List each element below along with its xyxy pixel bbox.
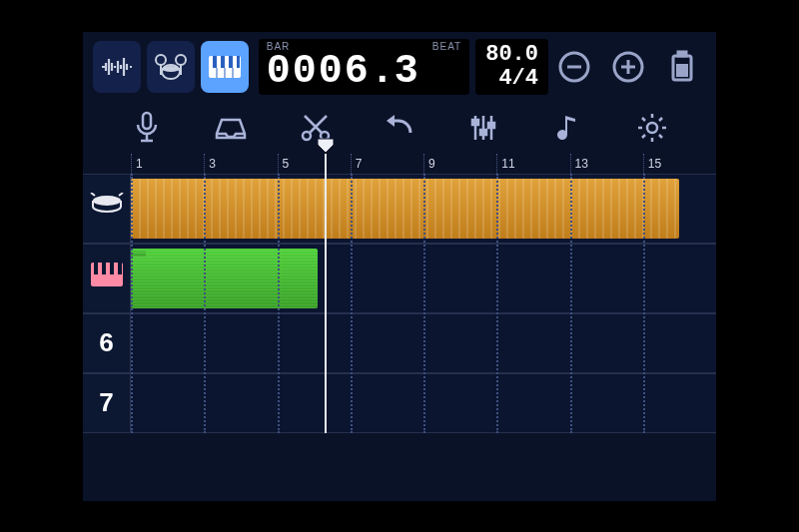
svg-point-0 xyxy=(156,55,166,65)
svg-point-20 xyxy=(647,123,657,133)
beat-label: BEAT xyxy=(432,41,461,52)
daw-screen: BAR 0006.3 BEAT 0 80.0 4/4 xyxy=(83,32,716,501)
transport-counter: BAR 0006.3 BEAT 0 xyxy=(259,39,469,95)
piano-icon xyxy=(207,52,243,82)
ruler-tick: 15 xyxy=(643,154,661,174)
svg-rect-19 xyxy=(488,123,494,128)
ruler-tick: 11 xyxy=(496,154,514,174)
svg-rect-12 xyxy=(678,52,686,56)
clip-keys-tail[interactable] xyxy=(131,249,146,257)
bpm-value: 80.0 xyxy=(485,43,538,66)
ruler-tick: 7 xyxy=(351,154,363,174)
mode-audio-button[interactable] xyxy=(93,41,141,93)
battery-indicator xyxy=(662,47,702,87)
top-right-controls xyxy=(554,47,702,87)
track-head-drums[interactable] xyxy=(83,175,131,243)
track-label: 7 xyxy=(99,387,113,418)
scissors-icon xyxy=(299,112,333,144)
track-7[interactable]: 7 xyxy=(83,373,716,433)
track-head-7[interactable]: 7 xyxy=(83,374,131,432)
minus-circle-icon xyxy=(557,50,591,84)
svg-point-16 xyxy=(321,132,329,140)
clip-drums[interactable] xyxy=(131,179,679,239)
file-button[interactable] xyxy=(206,108,256,148)
svg-rect-14 xyxy=(143,113,151,129)
svg-rect-26 xyxy=(118,263,122,274)
track-label: 6 xyxy=(99,327,113,358)
battery-icon xyxy=(667,50,697,84)
mixer-button[interactable] xyxy=(458,108,508,148)
svg-rect-7 xyxy=(229,56,233,68)
plus-circle-icon xyxy=(611,50,645,84)
undo-icon xyxy=(381,113,418,143)
toolbar xyxy=(83,102,716,154)
metronome-button[interactable] xyxy=(543,108,593,148)
tracks-area: 6 7 xyxy=(83,174,716,433)
keys-head-icon xyxy=(90,262,124,294)
top-bar: BAR 0006.3 BEAT 0 80.0 4/4 xyxy=(83,32,716,102)
mode-drums-button[interactable] xyxy=(147,41,195,93)
beat-value: 3 xyxy=(395,52,418,92)
waveform-icon xyxy=(100,54,134,80)
bar-value: 0006 xyxy=(267,52,371,92)
undo-button[interactable] xyxy=(375,108,424,148)
svg-rect-24 xyxy=(102,263,106,274)
drumkit-icon xyxy=(153,52,189,82)
track-lane-keys[interactable] xyxy=(131,245,716,312)
track-lane-7[interactable] xyxy=(131,374,716,432)
microphone-icon xyxy=(132,111,162,145)
ruler-tick: 3 xyxy=(204,154,216,174)
track-lane-drums[interactable] xyxy=(131,175,716,243)
svg-rect-13 xyxy=(676,64,688,77)
record-input-button[interactable] xyxy=(122,108,172,148)
track-head-keys[interactable] xyxy=(83,245,131,312)
edit-cut-button[interactable] xyxy=(291,108,341,148)
ruler-tick: 9 xyxy=(423,154,435,174)
svg-rect-18 xyxy=(480,130,486,135)
svg-rect-17 xyxy=(472,120,478,125)
timeline-ruler[interactable]: 13579111315 xyxy=(131,154,716,174)
drum-head-icon xyxy=(89,193,125,224)
note-icon xyxy=(555,112,581,144)
inbox-icon xyxy=(213,114,249,142)
track-drums[interactable] xyxy=(83,174,716,244)
track-6[interactable]: 6 xyxy=(83,313,716,373)
settings-button[interactable] xyxy=(627,108,677,148)
svg-rect-5 xyxy=(213,56,217,68)
svg-point-15 xyxy=(303,132,311,140)
mode-keys-button[interactable] xyxy=(201,41,249,93)
ruler-tick: 1 xyxy=(131,154,143,174)
svg-point-1 xyxy=(176,55,186,65)
svg-point-3 xyxy=(162,66,180,72)
svg-rect-23 xyxy=(94,263,98,274)
ruler-tick: 13 xyxy=(570,154,588,174)
track-head-6[interactable]: 6 xyxy=(83,314,131,372)
track-lane-6[interactable] xyxy=(131,314,716,372)
ruler-tick: 5 xyxy=(278,154,290,174)
svg-rect-25 xyxy=(110,263,114,274)
zoom-out-button[interactable] xyxy=(554,47,594,87)
track-keys[interactable] xyxy=(83,244,716,313)
svg-rect-8 xyxy=(237,56,240,68)
svg-point-21 xyxy=(93,196,121,206)
svg-rect-6 xyxy=(221,56,225,68)
time-signature: 4/4 xyxy=(498,67,538,90)
zoom-in-button[interactable] xyxy=(608,47,648,87)
clip-keys[interactable] xyxy=(131,249,318,308)
sliders-icon xyxy=(468,112,498,144)
gear-icon xyxy=(635,111,669,145)
tempo-display[interactable]: 80.0 4/4 xyxy=(475,39,548,95)
